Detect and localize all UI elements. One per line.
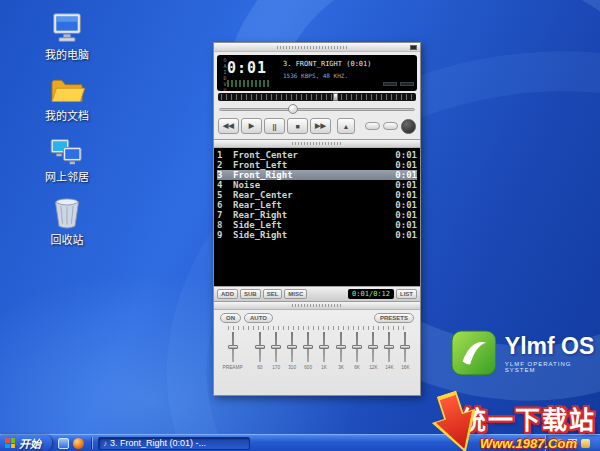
os-name: Ylmf OS — [505, 333, 600, 360]
track-time: 0:01 — [391, 210, 417, 220]
slider-knob[interactable] — [287, 345, 297, 349]
transport-controls: ◀◀ ▶ || ■ ▶▶ ▲ — [214, 117, 420, 139]
slider-knob[interactable] — [400, 345, 410, 349]
tray-status-icon[interactable] — [555, 439, 564, 448]
clutterbar[interactable]: OAIDVU — [220, 57, 227, 89]
my-computer-label: 我的电脑 — [45, 46, 89, 62]
eq-band-slider[interactable]: 12K — [366, 332, 379, 392]
preamp-slider[interactable]: PREAMP — [222, 332, 243, 392]
tray-display-icon[interactable] — [568, 439, 577, 448]
playlist-row[interactable]: 1 Front_Center 0:01 — [217, 150, 417, 160]
track-number: 1 — [217, 150, 233, 160]
network-computers-icon — [49, 136, 85, 166]
show-desktop-icon[interactable] — [58, 438, 69, 449]
start-button[interactable]: 开始 — [0, 435, 52, 451]
channel-indicators — [283, 82, 414, 86]
slider-knob[interactable] — [384, 345, 394, 349]
equalizer-titlebar[interactable] — [214, 302, 420, 310]
repeat-button[interactable] — [383, 122, 398, 130]
slider-knob[interactable] — [352, 345, 362, 349]
playlist-row[interactable]: 2 Front_Left 0:01 — [217, 160, 417, 170]
eq-presets-button[interactable]: PRESETS — [374, 313, 414, 323]
eq-auto-button[interactable]: AUTO — [244, 313, 273, 323]
band-label: 600 — [304, 364, 312, 370]
volume-slider[interactable] — [218, 93, 416, 101]
stop-button[interactable]: ■ — [287, 118, 308, 134]
seek-track — [219, 108, 415, 111]
options-button[interactable] — [401, 119, 416, 134]
my-documents-icon[interactable]: 我的文档 — [34, 75, 100, 123]
track-number: 6 — [217, 200, 233, 210]
slider-knob[interactable] — [368, 345, 378, 349]
seek-bar[interactable] — [219, 104, 415, 115]
track-number: 3 — [217, 170, 233, 180]
play-button[interactable]: ▶ — [241, 118, 262, 134]
eq-band-slider[interactable]: 6K — [350, 332, 363, 392]
add-button[interactable]: ADD — [217, 289, 238, 299]
slider-track — [356, 332, 358, 362]
eq-band-slider[interactable]: 170 — [269, 332, 282, 392]
track-number: 8 — [217, 220, 233, 230]
eq-band-slider[interactable]: 60 — [253, 332, 266, 392]
next-button[interactable]: ▶▶ — [310, 118, 331, 134]
playlist-row[interactable]: 4 Noise 0:01 — [217, 180, 417, 190]
playlist-titlebar[interactable] — [214, 140, 420, 148]
slider-knob[interactable] — [319, 345, 329, 349]
network-places-icon[interactable]: 网上邻居 — [34, 136, 100, 184]
my-computer-icon[interactable]: 我的电脑 — [34, 12, 100, 62]
mono-indicator — [383, 82, 397, 86]
player-titlebar[interactable] — [214, 43, 420, 52]
equalizer-toolbar: ON AUTO PRESETS — [214, 310, 420, 324]
tray-volume-icon[interactable] — [581, 439, 590, 448]
equalizer-window: ON AUTO PRESETS PREAMP 60 170 310 — [214, 301, 420, 395]
seek-knob[interactable] — [288, 104, 298, 114]
playlist-toolbar: ADD SUB SEL MISC 0:01/0:12 LIST — [214, 286, 420, 301]
slider-track — [232, 332, 234, 362]
recycle-bin-icon[interactable]: 回收站 — [34, 197, 100, 247]
sub-button[interactable]: SUB — [240, 289, 261, 299]
network-places-label: 网上邻居 — [45, 168, 89, 184]
stereo-indicator — [400, 82, 414, 86]
misc-button[interactable]: MISC — [284, 289, 307, 299]
playlist-row[interactable]: 8 Side_Left 0:01 — [217, 220, 417, 230]
pause-button[interactable]: || — [264, 118, 285, 134]
bitrate-display: 1536 KBPS, 48 KHZ. — [283, 72, 414, 79]
slider-knob[interactable] — [303, 345, 313, 349]
playlist: 1 Front_Center 0:01 2 Front_Left 0:01 3 … — [214, 148, 420, 286]
playlist-row[interactable]: 6 Rear_Left 0:01 — [217, 200, 417, 210]
volume-knob[interactable] — [333, 93, 338, 101]
slider-knob[interactable] — [255, 345, 265, 349]
spectrum-visualizer[interactable] — [227, 80, 271, 87]
task-button-player[interactable]: ♪ 3. Front_Right (0:01) -... — [98, 437, 250, 450]
eq-band-slider[interactable]: 16K — [399, 332, 412, 392]
band-label: 14K — [385, 364, 393, 370]
playlist-row-selected[interactable]: 3 Front_Right 0:01 — [217, 170, 417, 180]
quick-launch — [52, 438, 90, 449]
close-icon[interactable] — [410, 45, 417, 50]
shuffle-button[interactable] — [365, 122, 380, 130]
playlist-row[interactable]: 5 Rear_Center 0:01 — [217, 190, 417, 200]
previous-button[interactable]: ◀◀ — [218, 118, 239, 134]
slider-track — [388, 332, 390, 362]
eq-band-slider[interactable]: 14K — [383, 332, 396, 392]
eq-band-slider[interactable]: 310 — [286, 332, 299, 392]
titlebar-grip — [277, 46, 347, 49]
slider-knob[interactable] — [271, 345, 281, 349]
eq-band-slider[interactable]: 3K — [334, 332, 347, 392]
list-button[interactable]: LIST — [396, 289, 417, 299]
band-label: 60 — [257, 364, 262, 370]
slider-knob[interactable] — [228, 345, 238, 349]
eject-button[interactable]: ▲ — [337, 118, 355, 134]
desktop: { "desktop": { "icons": [ { "label": "我的… — [0, 0, 600, 451]
slider-knob[interactable] — [336, 345, 346, 349]
eq-band-slider[interactable]: 600 — [302, 332, 315, 392]
playlist-row[interactable]: 9 Side_Right 0:01 — [217, 230, 417, 240]
slider-track — [307, 332, 309, 362]
slider-track — [340, 332, 342, 362]
track-title: Front_Right — [233, 170, 391, 180]
playlist-row[interactable]: 7 Rear_Right 0:01 — [217, 210, 417, 220]
sel-button[interactable]: SEL — [263, 289, 283, 299]
eq-on-button[interactable]: ON — [220, 313, 241, 323]
eq-band-slider[interactable]: 1K — [318, 332, 331, 392]
firefox-icon[interactable] — [73, 438, 84, 449]
